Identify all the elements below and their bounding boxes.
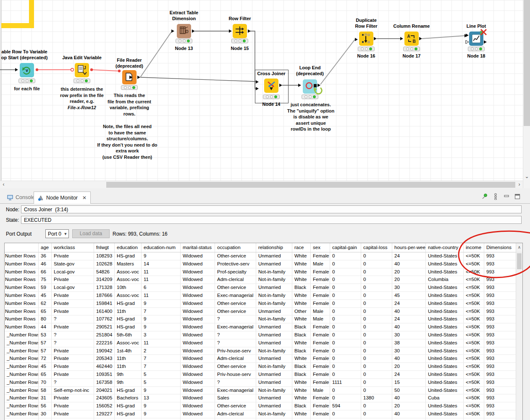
table-cell[interactable]: Protective-serv [215,260,256,268]
table-cell[interactable]: 24 [392,300,426,307]
table-cell[interactable]: 0 [361,308,392,315]
node-field[interactable]: Cross Joiner (3:14) [21,205,522,213]
table-cell[interactable]: Male [311,315,330,323]
table-cell[interactable]: Sales [215,394,256,402]
table-row[interactable]: _Number Rows45Private46244011th7WidowedO… [5,363,522,371]
table-cell[interactable]: 70 [39,379,52,386]
table-cell[interactable]: Female [311,363,330,370]
column-header[interactable] [5,243,39,252]
table-cell[interactable]: <=50K [464,315,484,323]
table-cell[interactable]: 993 [484,331,516,339]
table-cell[interactable]: 993 [484,292,516,299]
table-cell[interactable]: Black [292,371,311,378]
table-cell[interactable]: 993 [484,410,516,418]
column-header[interactable]: occupation [215,243,256,252]
table-cell[interactable]: ? [215,331,256,339]
table-cell[interactable]: 5 [142,379,181,386]
table-cell[interactable]: <=50K [464,379,484,386]
table-cell[interactable]: 9 [142,315,181,323]
table-cell[interactable]: Priv-house-serv [215,347,256,355]
table-cell[interactable]: Widowed [181,394,215,402]
node-row-filter[interactable] [233,24,247,38]
table-vscrollbar[interactable]: ∧ [516,243,522,420]
table-cell[interactable]: 75 [39,276,52,284]
column-header[interactable]: Dimensions [484,243,516,252]
table-cell[interactable]: Number Rows [5,268,39,276]
minimize-icon[interactable] [503,193,510,200]
node-cross-joiner[interactable] [264,79,278,93]
column-header[interactable]: native-country [426,243,464,252]
table-cell[interactable]: Female [311,300,330,307]
node-column-rename[interactable]: A B [404,32,419,46]
table-cell[interactable]: 40 [392,260,426,268]
table-cell[interactable]: 20 [392,402,426,410]
column-header[interactable]: sex [311,243,330,252]
table-cell[interactable]: 9 [142,300,181,307]
canvas-hscrollbar[interactable]: ‹ › [0,181,523,189]
table-cell[interactable]: Not-in-family [256,276,292,284]
table-cell[interactable]: Widowed [181,355,215,362]
maximize-icon[interactable] [514,193,521,200]
table-cell[interactable]: >50K [464,418,484,420]
table-cell[interactable]: 107762 [94,315,115,323]
table-row[interactable]: Number Rows62Private159841HS-grad9Widowe… [5,300,522,308]
table-cell[interactable]: _Number Rows [5,394,39,402]
table-cell[interactable]: Bachelors [115,394,142,402]
table-cell[interactable]: Private [52,410,94,418]
table-cell[interactable]: Unmarried [256,260,292,268]
table-cell[interactable]: 205343 [94,355,115,362]
column-header[interactable]: race [292,243,311,252]
table-cell[interactable]: Widowed [181,260,215,268]
table-row[interactable]: _Number Rows57Private34269HS-grad9Widowe… [5,418,522,420]
table-cell[interactable]: United-States [426,402,464,410]
table-cell[interactable]: 0 [330,339,361,347]
table-cell[interactable]: 0 [330,387,361,394]
table-cell[interactable]: Private [52,252,94,260]
table-cell[interactable]: White [292,387,311,394]
table-cell[interactable]: United-States [426,363,464,370]
table-cell[interactable]: 57 [39,347,52,355]
table-cell[interactable]: Local-gov [52,268,94,276]
table-cell[interactable]: 993 [484,363,516,370]
table-cell[interactable]: Private [52,418,94,420]
table-cell[interactable]: Widowed [181,363,215,370]
table-cell[interactable]: Unmarried [256,331,292,339]
table-cell[interactable]: HS-grad [115,315,142,323]
table-cell[interactable]: ? [52,339,94,347]
table-cell[interactable]: 993 [484,339,516,347]
table-cell[interactable]: 14 [142,260,181,268]
table-cell[interactable]: Other-service [215,252,256,260]
table-cell[interactable]: 62 [39,300,52,307]
table-cell[interactable]: 102628 [94,260,115,268]
table-cell[interactable]: Private [52,402,94,410]
table-cell[interactable]: 7 [142,355,181,362]
node-line-plot[interactable] [469,32,483,46]
table-row[interactable]: _Number Rows56Private156052HS-grad9Widow… [5,402,522,410]
table-cell[interactable]: ? [52,331,94,339]
pin-icon[interactable] [481,193,488,200]
table-cell[interactable]: Female [311,410,330,418]
table-cell[interactable]: 0 [330,284,361,291]
table-cell[interactable]: _Number Rows [5,410,39,418]
table-cell[interactable]: 20 [392,363,426,370]
table-cell[interactable]: White [292,268,311,276]
table-cell[interactable]: 9 [142,410,181,418]
table-cell[interactable]: 222216 [94,339,115,347]
table-cell[interactable]: 45 [392,292,426,299]
table-cell[interactable]: Private [52,363,94,370]
table-cell[interactable]: 314209 [94,276,115,284]
table-cell[interactable]: Widowed [181,387,215,394]
table-cell[interactable]: 11th [115,355,142,362]
table-cell[interactable]: 40 [392,410,426,418]
table-cell[interactable]: Assoc-voc [115,292,142,299]
table-cell[interactable]: Widowed [181,268,215,276]
table-cell[interactable]: 9 [142,387,181,394]
table-cell[interactable]: 2 [142,347,181,355]
table-cell[interactable]: Black [292,331,311,339]
table-cell[interactable]: <=50K [464,387,484,394]
table-cell[interactable]: Number Rows [5,315,39,323]
table-cell[interactable]: Number Rows [5,260,39,268]
table-cell[interactable]: 0 [361,276,392,284]
table-cell[interactable]: 11 [142,268,181,276]
table-cell[interactable]: Private [52,276,94,284]
